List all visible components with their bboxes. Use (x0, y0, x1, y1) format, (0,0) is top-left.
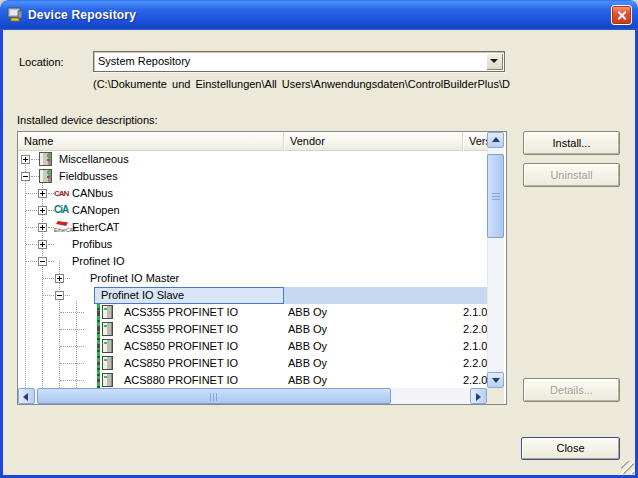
version-cell: 2.2.0 (463, 323, 487, 335)
title-bar[interactable]: Device Repository (0, 0, 638, 30)
tree-row[interactable]: Miscellaneous (18, 151, 487, 168)
tree-connector (65, 278, 70, 279)
device-icon (102, 322, 113, 336)
tree-connector (60, 363, 84, 364)
plus-expand-toggle[interactable] (38, 223, 47, 232)
device-icon (102, 356, 113, 370)
vendor-cell: ABB Oy (288, 340, 438, 352)
combobox-dropdown-button[interactable] (486, 53, 503, 70)
arrow-down-icon (492, 378, 500, 383)
tree-row[interactable]: CiACANopen (18, 202, 487, 219)
tree-row[interactable]: ACS850 PROFINET IOABB Oy2.1.0 (18, 338, 487, 355)
minus-expand-toggle[interactable] (55, 291, 64, 300)
tree-connector (31, 159, 39, 160)
device-repository-dialog: Device Repository Location: System Repos… (0, 0, 638, 478)
arrow-up-icon (492, 137, 500, 142)
installed-devices-label: Installed device descriptions: (17, 114, 158, 126)
version-cell: 2.1.0 (463, 306, 487, 318)
tree-header: Name Vendor Vers (18, 132, 487, 151)
column-header-vendor[interactable]: Vendor (283, 132, 462, 151)
tree-connector (26, 210, 37, 211)
tree-row-label: ACS355 PROFINET IO (124, 306, 238, 318)
device-group-icon (39, 152, 52, 166)
tree-row-label: Fieldbusses (59, 170, 118, 182)
tree-connector (60, 329, 84, 330)
device-icon (102, 305, 113, 319)
column-header-version[interactable]: Vers (462, 132, 487, 151)
vendor-cell: ABB Oy (288, 323, 438, 335)
tree-connector (26, 227, 37, 228)
window-title: Device Repository (28, 8, 136, 22)
vertical-scrollbar[interactable] (487, 132, 504, 388)
tree-row-label: ACS850 PROFINET IO (124, 340, 238, 352)
scroll-right-button[interactable] (470, 388, 487, 404)
install-button[interactable]: Install... (523, 131, 620, 155)
scroll-left-button[interactable] (18, 388, 35, 404)
tree-connector (26, 244, 37, 245)
tree-row[interactable]: ACS880 PROFINET IOABB Oy2.2.0 (18, 372, 487, 388)
plus-expand-toggle[interactable] (21, 155, 30, 164)
tree-row-label: Profibus (72, 238, 112, 250)
location-value: System Repository (98, 55, 190, 67)
tree-row-label: Profinet IO (72, 255, 125, 267)
device-group-icon (39, 169, 52, 183)
tree-connector (60, 346, 84, 347)
tree-row[interactable]: CANCANbus (18, 185, 487, 202)
tree-connector (60, 380, 84, 381)
tree-connector (26, 261, 37, 262)
tree-row[interactable]: Fieldbusses (18, 168, 487, 185)
minus-expand-toggle[interactable] (38, 257, 47, 266)
device-icon (102, 373, 113, 387)
scroll-down-button[interactable] (487, 372, 504, 388)
window-border-left (0, 30, 3, 478)
tree-row-label: EtherCAT (72, 221, 119, 233)
tree-connector (48, 261, 54, 262)
version-cell: 2.2.0 (463, 374, 487, 386)
tree-row-label: ACS880 PROFINET IO (124, 374, 238, 386)
horizontal-scroll-thumb[interactable] (37, 388, 391, 404)
column-header-name[interactable]: Name (18, 132, 283, 151)
version-cell: 2.2.0 (463, 357, 487, 369)
plus-expand-toggle[interactable] (38, 240, 47, 249)
scrollbar-corner (487, 388, 504, 404)
horizontal-scrollbar[interactable] (18, 388, 487, 404)
location-label: Location: (19, 56, 64, 68)
tree-row-label: ACS355 PROFINET IO (124, 323, 238, 335)
uninstall-button: Uninstall (523, 163, 620, 187)
tree-connector (26, 193, 37, 194)
app-icon (7, 7, 23, 23)
tree-row-label: CANopen (72, 204, 120, 216)
tree-row-label: Profinet IO Master (90, 272, 179, 284)
details-button: Details... (523, 378, 620, 402)
tree-row[interactable]: Profibus (18, 236, 487, 253)
close-button[interactable]: Close (521, 437, 620, 460)
tree-connector (60, 312, 84, 313)
tree-row-label: CANbus (72, 187, 113, 199)
plus-expand-toggle[interactable] (38, 206, 47, 215)
arrow-right-icon (476, 393, 481, 401)
tree-row-label: Miscellaneous (59, 153, 129, 165)
tree-row[interactable]: Profinet IO Master (18, 270, 487, 287)
scroll-up-button[interactable] (487, 132, 504, 148)
minus-expand-toggle[interactable] (21, 172, 30, 181)
tree-row[interactable]: Profinet IO (18, 253, 487, 270)
tree-row-label: Profinet IO Slave (101, 289, 184, 301)
tree-row[interactable]: EtherCATEtherCAT (18, 219, 487, 236)
tree-connector (43, 295, 54, 296)
device-tree: Name Vendor Vers MiscellaneousFieldbusse… (17, 131, 507, 405)
tree-connector (43, 278, 54, 279)
location-combobox[interactable]: System Repository (93, 51, 505, 72)
repository-path: (C:\Dokumente und Einstellungen\All User… (93, 78, 510, 90)
close-icon[interactable] (611, 5, 632, 25)
tree-row[interactable]: ACS850 PROFINET IOABB Oy2.2.0 (18, 355, 487, 372)
resize-grip[interactable] (621, 461, 634, 474)
tree-row[interactable]: ACS355 PROFINET IOABB Oy2.2.0 (18, 321, 487, 338)
version-cell: 2.1.0 (463, 340, 487, 352)
vertical-scroll-thumb[interactable] (487, 154, 504, 238)
tree-row[interactable]: ACS355 PROFINET IOABB Oy2.1.0 (18, 304, 487, 321)
tree-row[interactable]: Profinet IO Slave (18, 287, 487, 304)
plus-expand-toggle[interactable] (55, 274, 64, 283)
tree-rows: MiscellaneousFieldbussesCANCANbusCiACANo… (18, 151, 487, 388)
plus-expand-toggle[interactable] (38, 189, 47, 198)
vendor-cell: ABB Oy (288, 374, 438, 386)
